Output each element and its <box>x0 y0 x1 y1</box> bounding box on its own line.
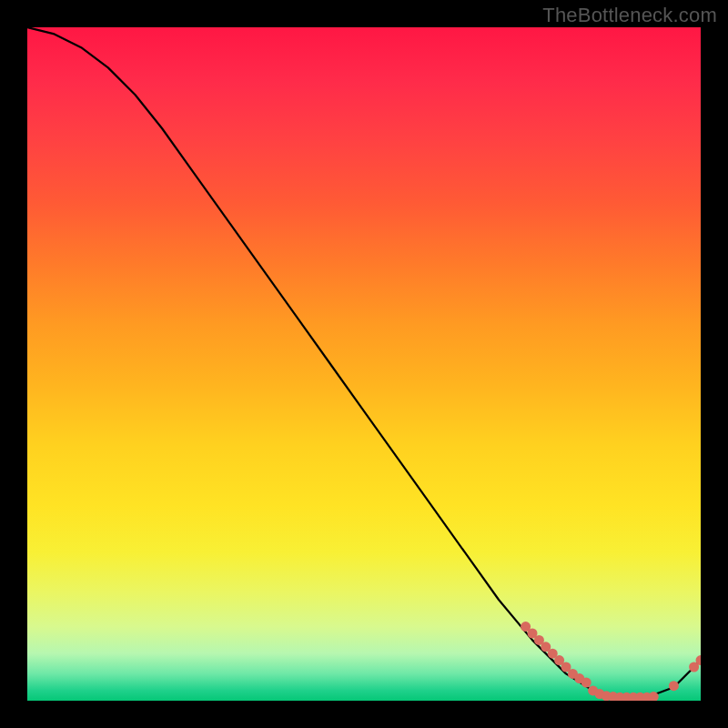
watermark-text: TheBottleneck.com <box>542 4 717 27</box>
chart-svg <box>27 27 701 701</box>
data-marker <box>669 681 679 691</box>
plot-area <box>27 27 701 701</box>
bottleneck-curve <box>27 27 701 697</box>
data-marker <box>581 678 592 688</box>
chart-stage: TheBottleneck.com <box>0 0 728 728</box>
marker-group <box>521 622 701 701</box>
